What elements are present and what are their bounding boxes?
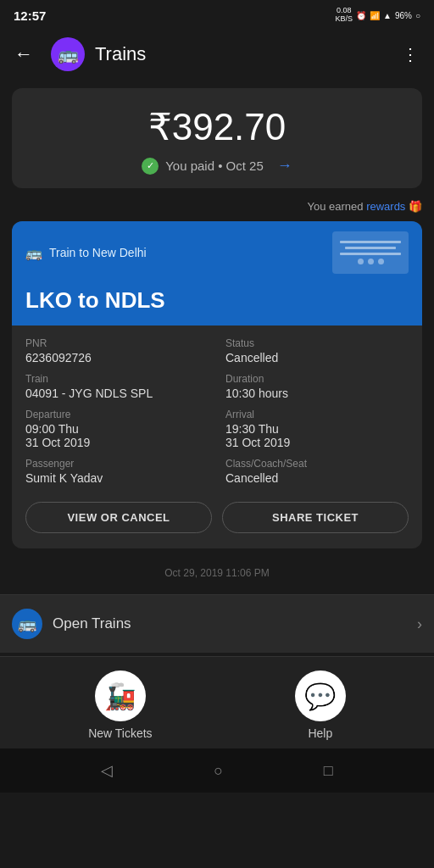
- barcode-dots: [358, 259, 384, 264]
- barcode-dot-1: [358, 259, 364, 264]
- rewards-link[interactable]: rewards: [366, 200, 405, 213]
- rewards-row: You earned rewards 🎁: [12, 195, 422, 221]
- status-value: Cancelled: [225, 351, 409, 364]
- train-open-icon: 🚌: [18, 615, 36, 633]
- android-home-button[interactable]: ○: [214, 762, 223, 780]
- arrival-date: 31 Oct 2019: [225, 436, 409, 449]
- ticket-barcode: [332, 231, 409, 274]
- signal-icon: ▲: [383, 11, 392, 20]
- android-back-button[interactable]: ◁: [101, 761, 113, 780]
- departure-date: 31 Oct 2019: [25, 436, 209, 449]
- bottom-nav: 🚂 New Tickets 💬 Help: [0, 656, 434, 748]
- more-button[interactable]: ⋮: [393, 37, 427, 71]
- open-trains-label: Open Trains: [53, 615, 407, 632]
- chevron-right-icon: ›: [417, 615, 422, 633]
- ticket-header-left: 🚌 Train to New Delhi: [25, 245, 147, 261]
- pnr-label: PNR: [25, 337, 209, 349]
- status-label: Status: [225, 337, 409, 349]
- class-label: Class/Coach/Seat: [225, 458, 409, 470]
- new-tickets-tab[interactable]: 🚂 New Tickets: [88, 670, 152, 740]
- departure-group: Departure 09:00 Thu 31 Oct 2019: [25, 409, 209, 449]
- passenger-group: Passenger Sumit K Yadav: [25, 458, 209, 485]
- payment-status-row: ✓ You paid • Oct 25 →: [29, 157, 405, 175]
- ticket-route: LKO to NDLS: [12, 284, 422, 326]
- rewards-icon: 🎁: [409, 200, 422, 213]
- rupee-symbol: ₹: [148, 106, 172, 147]
- help-icon-circle: 💬: [295, 670, 346, 721]
- duration-label: Duration: [225, 373, 409, 385]
- ticket-details: PNR 6236092726 Status Cancelled Train 04…: [12, 326, 422, 497]
- ticket-card: 🚌 Train to New Delhi LKO to NDLS PNR 623…: [12, 221, 422, 548]
- status-icons: 0.08KB/S ⏰ 📶 ▲ 96% ○: [336, 7, 420, 24]
- payment-card: ₹392.70 ✓ You paid • Oct 25 →: [12, 88, 422, 188]
- train-value: 04091 - JYG NDLS SPL: [25, 387, 209, 400]
- barcode-dot-2: [368, 259, 374, 264]
- ticket-header-title: Train to New Delhi: [49, 246, 147, 259]
- new-tickets-icon: 🚂: [104, 682, 136, 711]
- app-icon: 🚌: [51, 37, 85, 71]
- train-label: Train: [25, 373, 209, 385]
- battery-icon: ○: [415, 11, 420, 20]
- pnr-group: PNR 6236092726: [25, 337, 209, 364]
- back-button[interactable]: ←: [7, 37, 41, 71]
- class-group: Class/Coach/Seat Cancelled: [225, 458, 409, 485]
- payment-status-text: You paid • Oct 25: [165, 159, 264, 173]
- status-time: 12:57: [14, 8, 46, 23]
- arrival-label: Arrival: [225, 409, 409, 420]
- pnr-value: 6236092726: [25, 351, 209, 364]
- help-icon: 💬: [304, 682, 336, 711]
- network-speed: 0.08KB/S: [336, 7, 353, 24]
- arrival-value: 19:30 Thu: [225, 422, 409, 436]
- open-trains-icon: 🚌: [12, 609, 42, 639]
- class-value: Cancelled: [225, 471, 409, 485]
- rewards-text: You earned: [307, 200, 366, 213]
- status-bar: 12:57 0.08KB/S ⏰ 📶 ▲ 96% ○: [0, 0, 434, 31]
- train-group: Train 04091 - JYG NDLS SPL: [25, 373, 209, 400]
- departure-value: 09:00 Thu: [25, 422, 209, 436]
- status-group: Status Cancelled: [225, 337, 409, 364]
- more-icon: ⋮: [402, 44, 419, 64]
- new-tickets-label: New Tickets: [88, 726, 152, 740]
- amount-value: 392.70: [172, 106, 287, 147]
- departure-label: Departure: [25, 409, 209, 420]
- train-nav-icon: 🚌: [58, 44, 79, 64]
- view-cancel-button[interactable]: VIEW OR CANCEL: [25, 502, 212, 533]
- barcode-dot-3: [378, 259, 384, 264]
- ticket-actions: VIEW OR CANCEL SHARE TICKET: [12, 497, 422, 548]
- check-icon: ✓: [142, 158, 159, 175]
- payment-arrow-icon[interactable]: →: [277, 157, 292, 175]
- nav-bar: ← 🚌 Trains ⋮: [0, 31, 434, 78]
- new-tickets-icon-circle: 🚂: [95, 670, 146, 721]
- help-label: Help: [308, 726, 332, 740]
- share-ticket-button[interactable]: SHARE TICKET: [222, 502, 409, 533]
- barcode-line-2: [345, 247, 396, 249]
- barcode-line-1: [340, 241, 401, 243]
- back-icon: ←: [14, 43, 33, 65]
- duration-group: Duration 10:30 hours: [225, 373, 409, 400]
- arrival-group: Arrival 19:30 Thu 31 Oct 2019: [225, 409, 409, 449]
- android-recents-button[interactable]: □: [324, 762, 333, 780]
- page-title: Trains: [95, 43, 383, 65]
- android-nav-bar: ◁ ○ □: [0, 748, 434, 793]
- main-content: ₹392.70 ✓ You paid • Oct 25 → You earned…: [0, 78, 434, 594]
- help-tab[interactable]: 💬 Help: [295, 670, 346, 740]
- timestamp: Oct 29, 2019 11:06 PM: [12, 559, 422, 584]
- barcode-line-3: [340, 253, 401, 255]
- wifi-icon: 📶: [370, 11, 380, 20]
- ticket-header: 🚌 Train to New Delhi: [12, 221, 422, 284]
- battery-text: 96%: [395, 11, 412, 20]
- open-trains-row[interactable]: 🚌 Open Trains ›: [0, 594, 434, 653]
- passenger-label: Passenger: [25, 458, 209, 470]
- duration-value: 10:30 hours: [225, 387, 409, 400]
- alarm-icon: ⏰: [356, 11, 366, 20]
- train-header-icon: 🚌: [25, 245, 42, 261]
- passenger-value: Sumit K Yadav: [25, 471, 209, 485]
- payment-amount: ₹392.70: [29, 105, 405, 148]
